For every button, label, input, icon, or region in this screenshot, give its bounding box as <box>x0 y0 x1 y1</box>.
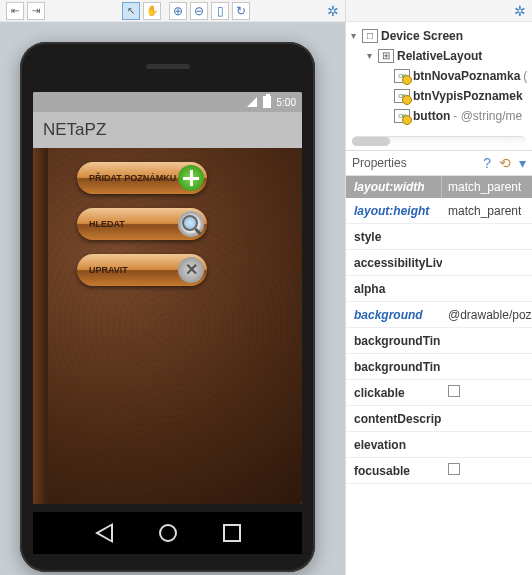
device-screen: 5:00 NETaPZ PŘIDAT POZNÁMKU HLEDAT <box>33 92 302 504</box>
add-icon <box>178 165 204 191</box>
settings-icon[interactable]: ✲ <box>327 3 339 19</box>
zoom-out-icon[interactable]: ⊖ <box>190 2 208 20</box>
property-name: contentDescrip <box>346 409 442 429</box>
tree-label: btnVypisPoznamek <box>413 86 523 106</box>
signal-icon <box>247 97 257 107</box>
app-content: PŘIDAT POZNÁMKU HLEDAT UPRAVIT <box>33 148 302 504</box>
property-row[interactable]: focusable <box>346 458 532 484</box>
widget-icon <box>394 109 410 123</box>
widget-icon <box>394 89 410 103</box>
device-icon <box>362 29 378 43</box>
refresh-icon[interactable]: ▯ <box>211 2 229 20</box>
property-row[interactable]: alpha <box>346 276 532 302</box>
col-value: match_parent <box>442 176 532 198</box>
outline-settings-icon[interactable]: ✲ <box>514 3 526 19</box>
checkbox[interactable] <box>448 463 460 475</box>
clock: 5:00 <box>277 97 296 108</box>
tree-suffix: ( <box>523 66 527 86</box>
zoom-in-icon[interactable]: ⊕ <box>169 2 187 20</box>
btn-add-note[interactable]: PŘIDAT POZNÁMKU <box>77 162 207 194</box>
properties-header: Properties ? ⟲ ▾ <box>346 150 532 176</box>
reset-icon[interactable]: ↻ <box>232 2 250 20</box>
status-bar: 5:00 <box>33 92 302 112</box>
property-row[interactable]: accessibilityLiv <box>346 250 532 276</box>
properties-table-header[interactable]: layout:width match_parent <box>346 176 532 198</box>
tools-icon <box>178 257 204 283</box>
property-name: background <box>346 305 442 325</box>
property-value[interactable] <box>442 442 532 448</box>
btn-edit[interactable]: UPRAVIT <box>77 254 207 286</box>
align-right-icon[interactable]: ⇥ <box>27 2 45 20</box>
app-title: NETaPZ <box>43 120 106 140</box>
tree-scrollbar[interactable] <box>352 136 526 146</box>
help-icon[interactable]: ? <box>483 155 491 171</box>
device-frame: 5:00 NETaPZ PŘIDAT POZNÁMKU HLEDAT <box>20 42 315 572</box>
tree-root[interactable]: ▾ Device Screen <box>348 26 530 46</box>
property-value[interactable] <box>442 416 532 422</box>
property-name: layout:height <box>346 201 442 221</box>
battery-icon <box>263 96 271 108</box>
layout-icon <box>378 49 394 63</box>
properties-table: layout:width match_parent layout:heightm… <box>346 176 532 575</box>
tree-layout[interactable]: ▾ RelativeLayout <box>348 46 530 66</box>
property-value[interactable] <box>442 460 532 481</box>
property-row[interactable]: clickable <box>346 380 532 406</box>
property-value[interactable]: match_parent <box>442 201 532 221</box>
tree-label: RelativeLayout <box>397 46 482 66</box>
property-name: accessibilityLiv <box>346 253 442 273</box>
android-navbar <box>33 512 302 554</box>
design-canvas[interactable]: 5:00 NETaPZ PŘIDAT POZNÁMKU HLEDAT <box>0 22 345 575</box>
filter-icon[interactable]: ▾ <box>519 155 526 171</box>
tree-item[interactable]: btnNovaPoznamka( <box>348 66 530 86</box>
property-value[interactable] <box>442 338 532 344</box>
property-value[interactable] <box>442 382 532 403</box>
property-value[interactable] <box>442 260 532 266</box>
property-row[interactable]: contentDescrip <box>346 406 532 432</box>
outline-toolbar: ✲ <box>346 0 532 22</box>
btn-label: UPRAVIT <box>89 265 128 275</box>
tree-item[interactable]: button - @string/me <box>348 106 530 126</box>
btn-label: HLEDAT <box>89 219 125 229</box>
property-row[interactable]: backgroundTin <box>346 328 532 354</box>
tree-label: btnNovaPoznamka <box>413 66 520 86</box>
properties-title: Properties <box>352 156 407 170</box>
designer-toolbar: ⇤ ⇥ ↖ ✋ ⊕ ⊖ ▯ ↻ ✲ <box>0 0 345 22</box>
property-name: style <box>346 227 442 247</box>
property-name: backgroundTin <box>346 357 442 377</box>
property-name: clickable <box>346 383 442 403</box>
property-row[interactable]: style <box>346 224 532 250</box>
component-tree[interactable]: ▾ Device Screen ▾ RelativeLayout btnNova… <box>346 22 532 134</box>
property-row[interactable]: backgroundTin <box>346 354 532 380</box>
nav-back-icon[interactable] <box>95 523 113 543</box>
btn-label: PŘIDAT POZNÁMKU <box>89 173 176 183</box>
undo-icon[interactable]: ⟲ <box>499 155 511 171</box>
app-bar: NETaPZ <box>33 112 302 148</box>
property-name: alpha <box>346 279 442 299</box>
tree-item[interactable]: btnVypisPoznamek <box>348 86 530 106</box>
property-value[interactable]: @drawable/pozna <box>442 305 532 325</box>
property-value[interactable] <box>442 286 532 292</box>
property-name: backgroundTin <box>346 331 442 351</box>
select-icon[interactable]: ↖ <box>122 2 140 20</box>
align-left-icon[interactable]: ⇤ <box>6 2 24 20</box>
tree-label: Device Screen <box>381 26 463 46</box>
property-name: focusable <box>346 461 442 481</box>
col-name: layout:width <box>346 176 442 198</box>
tree-suffix: - @string/me <box>453 106 522 126</box>
widget-icon <box>394 69 410 83</box>
property-row[interactable]: elevation <box>346 432 532 458</box>
property-row[interactable]: layout:heightmatch_parent <box>346 198 532 224</box>
nav-recent-icon[interactable] <box>223 524 241 542</box>
pan-icon[interactable]: ✋ <box>143 2 161 20</box>
property-value[interactable] <box>442 364 532 370</box>
property-value[interactable] <box>442 234 532 240</box>
checkbox[interactable] <box>448 385 460 397</box>
search-icon <box>178 211 204 237</box>
property-row[interactable]: background@drawable/pozna <box>346 302 532 328</box>
tree-label: button <box>413 106 450 126</box>
property-name: elevation <box>346 435 442 455</box>
btn-search[interactable]: HLEDAT <box>77 208 207 240</box>
nav-home-icon[interactable] <box>159 524 177 542</box>
